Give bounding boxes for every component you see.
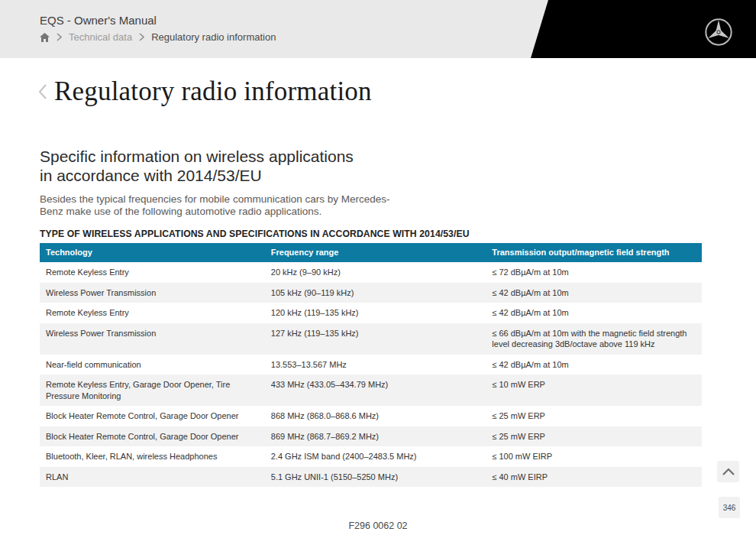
cell-technology: Near-field communication (40, 355, 265, 375)
cell-frequency: 20 kHz (9–90 kHz) (265, 262, 486, 283)
cell-output: ≤ 25 mW ERP (486, 426, 702, 447)
cell-frequency: 105 kHz (90–119 kHz) (265, 283, 486, 303)
chevron-right-icon (57, 33, 62, 41)
cell-frequency: 120 kHz (119–135 kHz) (265, 303, 486, 323)
scroll-up-button[interactable] (717, 461, 739, 482)
intro-line: Besides the typical frequencies for mobi… (40, 193, 389, 206)
header-banner-black (0, 0, 756, 58)
cell-frequency: 868 MHz (868.0–868.6 MHz) (265, 406, 486, 426)
cell-frequency: 2.4 GHz ISM band (2400–2483.5 MHz) (265, 446, 486, 467)
chevron-up-icon (722, 469, 735, 475)
table-row: RLAN5.1 GHz UNII-1 (5150–5250 MHz)≤ 40 m… (40, 467, 702, 488)
cell-technology: Remote Keyless Entry (40, 303, 265, 323)
table-row: Block Heater Remote Control, Garage Door… (40, 406, 702, 426)
cell-technology: Wireless Power Transmission (40, 323, 265, 355)
chevron-left-icon[interactable] (38, 83, 47, 103)
cell-frequency: 433 MHz (433.05–434.79 MHz) (265, 374, 486, 406)
table-row: Remote Keyless Entry120 kHz (119–135 kHz… (40, 303, 702, 323)
table-caption: TYPE OF WIRELESS APPLICATIONS AND SPECIF… (40, 229, 470, 239)
table-body: Remote Keyless Entry20 kHz (9–90 kHz)≤ 7… (40, 262, 702, 487)
breadcrumb: Technical data Regulatory radio informat… (40, 31, 276, 43)
cell-frequency: 869 MHz (868.7–869.2 MHz) (265, 426, 486, 447)
cell-frequency: 127 kHz (119–135 kHz) (265, 323, 486, 355)
cell-output: ≤ 100 mW EIRP (486, 446, 702, 467)
mercedes-star-icon (703, 17, 734, 47)
cell-output: ≤ 66 dBµA/m at 10m with the magnetic fie… (486, 323, 702, 355)
cell-technology: Remote Keyless Entry (40, 262, 265, 283)
breadcrumb-item-current: Regulatory radio information (151, 31, 276, 43)
cell-frequency: 5.1 GHz UNII-1 (5150–5250 MHz) (265, 467, 486, 488)
page-title-row: Regulatory radio information (38, 76, 372, 107)
intro-line: Benz make use of the following automotiv… (40, 206, 389, 218)
table-row: Remote Keyless Entry20 kHz (9–90 kHz)≤ 7… (40, 262, 702, 283)
wireless-spec-table: Technology Frequency range Transmission … (40, 243, 702, 487)
table-row: Block Heater Remote Control, Garage Door… (40, 426, 702, 447)
column-header-transmission-output: Transmission output/magnetic field stren… (486, 243, 702, 262)
cell-output: ≤ 10 mW ERP (486, 374, 702, 406)
cell-technology: Bluetooth, Kleer, RLAN, wireless Headpho… (40, 446, 265, 467)
table-row: Bluetooth, Kleer, RLAN, wireless Headpho… (40, 446, 702, 467)
page-title: Regulatory radio information (54, 76, 372, 107)
cell-technology: Wireless Power Transmission (40, 283, 265, 303)
manual-page: EQS - Owner's Manual Technical data Regu… (0, 0, 756, 535)
cell-technology: Block Heater Remote Control, Garage Door… (40, 426, 265, 447)
table-row: Wireless Power Transmission105 kHz (90–1… (40, 283, 702, 303)
table-row: Wireless Power Transmission127 kHz (119–… (40, 323, 702, 355)
chevron-right-icon (139, 33, 144, 41)
app-title: EQS - Owner's Manual (40, 14, 157, 27)
section-heading-line: Specific information on wireless applica… (40, 147, 354, 166)
column-header-frequency-range: Frequency range (265, 243, 486, 262)
cell-output: ≤ 42 dBµA/m at 10m (486, 303, 702, 323)
table-row: Near-field communication13.553–13.567 MH… (40, 355, 702, 375)
table-row: Remote Keyless Entry, Garage Door Opener… (40, 374, 702, 406)
cell-output: ≤ 25 mW ERP (486, 406, 702, 426)
column-header-technology: Technology (40, 243, 265, 262)
cell-frequency: 13.553–13.567 MHz (265, 355, 486, 375)
breadcrumb-item-technical-data[interactable]: Technical data (69, 31, 132, 43)
cell-technology: RLAN (40, 467, 265, 488)
section-heading-line: in accordance with 2014/53/EU (40, 166, 354, 185)
intro-paragraph: Besides the typical frequencies for mobi… (40, 193, 389, 218)
table-header-row: Technology Frequency range Transmission … (40, 243, 702, 262)
home-icon[interactable] (40, 33, 50, 42)
cell-technology: Block Heater Remote Control, Garage Door… (40, 406, 265, 426)
document-code: F296 0062 02 (0, 520, 756, 531)
cell-output: ≤ 72 dBµA/m at 10m (486, 262, 702, 283)
cell-output: ≤ 42 dBµA/m at 10m (486, 283, 702, 303)
cell-technology: Remote Keyless Entry, Garage Door Opener… (40, 374, 265, 406)
header-band: EQS - Owner's Manual Technical data Regu… (0, 0, 756, 58)
cell-output: ≤ 42 dBµA/m at 10m (486, 355, 702, 375)
cell-output: ≤ 40 mW EIRP (486, 467, 702, 488)
section-heading: Specific information on wireless applica… (40, 147, 354, 185)
page-number-badge[interactable]: 346 (719, 497, 740, 518)
